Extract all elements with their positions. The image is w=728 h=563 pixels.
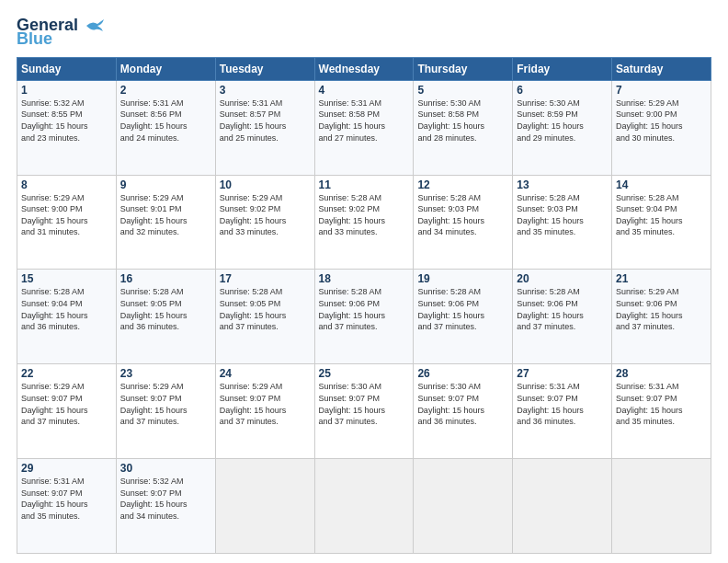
week-row-1: 1 Sunrise: 5:32 AM Sunset: 8:55 PM Dayli… [17, 80, 711, 175]
day-number: 22 [21, 367, 112, 380]
day-info: Sunrise: 5:30 AM Sunset: 8:58 PM Dayligh… [417, 98, 508, 144]
day-number: 2 [120, 84, 211, 97]
day-cell: 17 Sunrise: 5:28 AM Sunset: 9:05 PM Dayl… [215, 270, 314, 364]
day-cell: 8 Sunrise: 5:29 AM Sunset: 9:00 PM Dayli… [17, 175, 117, 270]
day-info: Sunrise: 5:32 AM Sunset: 8:55 PM Dayligh… [21, 98, 112, 144]
header-day-monday: Monday [116, 57, 215, 80]
header-day-sunday: Sunday [17, 57, 117, 80]
day-cell: 22 Sunrise: 5:29 AM Sunset: 9:07 PM Dayl… [17, 364, 117, 459]
day-cell: 15 Sunrise: 5:28 AM Sunset: 9:04 PM Dayl… [17, 270, 117, 364]
day-info: Sunrise: 5:29 AM Sunset: 9:00 PM Dayligh… [616, 98, 707, 144]
day-cell: 4 Sunrise: 5:31 AM Sunset: 8:58 PM Dayli… [314, 80, 414, 175]
day-info: Sunrise: 5:32 AM Sunset: 9:07 PM Dayligh… [120, 476, 211, 522]
header-day-thursday: Thursday [414, 57, 513, 80]
day-cell: 11 Sunrise: 5:28 AM Sunset: 9:02 PM Dayl… [314, 175, 414, 270]
day-number: 8 [21, 178, 112, 191]
day-number: 5 [417, 84, 508, 97]
day-info: Sunrise: 5:31 AM Sunset: 9:07 PM Dayligh… [517, 381, 608, 427]
day-cell: 7 Sunrise: 5:29 AM Sunset: 9:00 PM Dayli… [612, 80, 711, 175]
day-number: 15 [21, 272, 112, 285]
day-cell [314, 459, 414, 554]
day-info: Sunrise: 5:28 AM Sunset: 9:04 PM Dayligh… [616, 192, 707, 238]
week-row-4: 22 Sunrise: 5:29 AM Sunset: 9:07 PM Dayl… [17, 364, 711, 459]
day-cell: 28 Sunrise: 5:31 AM Sunset: 9:07 PM Dayl… [612, 364, 711, 459]
day-number: 29 [21, 462, 112, 475]
day-info: Sunrise: 5:28 AM Sunset: 9:06 PM Dayligh… [319, 286, 410, 332]
day-cell: 6 Sunrise: 5:30 AM Sunset: 8:59 PM Dayli… [513, 80, 612, 175]
day-info: Sunrise: 5:29 AM Sunset: 9:06 PM Dayligh… [616, 286, 707, 332]
day-cell: 29 Sunrise: 5:31 AM Sunset: 9:07 PM Dayl… [17, 459, 117, 554]
day-number: 26 [417, 367, 508, 380]
day-info: Sunrise: 5:28 AM Sunset: 9:03 PM Dayligh… [517, 192, 608, 238]
day-cell: 5 Sunrise: 5:30 AM Sunset: 8:58 PM Dayli… [414, 80, 513, 175]
day-cell: 25 Sunrise: 5:30 AM Sunset: 9:07 PM Dayl… [314, 364, 414, 459]
day-info: Sunrise: 5:28 AM Sunset: 9:04 PM Dayligh… [21, 286, 112, 332]
day-cell [513, 459, 612, 554]
day-cell: 27 Sunrise: 5:31 AM Sunset: 9:07 PM Dayl… [513, 364, 612, 459]
calendar-table: SundayMondayTuesdayWednesdayThursdayFrid… [17, 57, 711, 554]
day-number: 13 [517, 178, 608, 191]
day-info: Sunrise: 5:28 AM Sunset: 9:03 PM Dayligh… [417, 192, 508, 238]
day-info: Sunrise: 5:31 AM Sunset: 8:58 PM Dayligh… [319, 98, 410, 144]
day-info: Sunrise: 5:28 AM Sunset: 9:05 PM Dayligh… [120, 286, 211, 332]
day-number: 4 [319, 84, 410, 97]
day-number: 17 [220, 272, 311, 285]
day-info: Sunrise: 5:31 AM Sunset: 8:57 PM Dayligh… [220, 98, 311, 144]
calendar-header: SundayMondayTuesdayWednesdayThursdayFrid… [17, 57, 711, 80]
day-number: 10 [220, 178, 311, 191]
day-number: 6 [517, 84, 608, 97]
day-info: Sunrise: 5:31 AM Sunset: 8:56 PM Dayligh… [120, 98, 211, 144]
day-number: 3 [220, 84, 311, 97]
day-cell: 1 Sunrise: 5:32 AM Sunset: 8:55 PM Dayli… [17, 80, 117, 175]
header-day-tuesday: Tuesday [215, 57, 314, 80]
day-cell: 16 Sunrise: 5:28 AM Sunset: 9:05 PM Dayl… [116, 270, 215, 364]
day-number: 1 [21, 84, 112, 97]
day-cell: 23 Sunrise: 5:29 AM Sunset: 9:07 PM Dayl… [116, 364, 215, 459]
header-day-wednesday: Wednesday [314, 57, 414, 80]
day-number: 20 [517, 272, 608, 285]
day-number: 16 [120, 272, 211, 285]
day-cell: 12 Sunrise: 5:28 AM Sunset: 9:03 PM Dayl… [414, 175, 513, 270]
logo-line2: Blue [17, 30, 105, 48]
day-number: 30 [120, 462, 211, 475]
day-cell [414, 459, 513, 554]
day-cell: 10 Sunrise: 5:29 AM Sunset: 9:02 PM Dayl… [215, 175, 314, 270]
header-day-friday: Friday [513, 57, 612, 80]
day-info: Sunrise: 5:28 AM Sunset: 9:06 PM Dayligh… [417, 286, 508, 332]
header-row: SundayMondayTuesdayWednesdayThursdayFrid… [17, 57, 711, 80]
day-cell: 13 Sunrise: 5:28 AM Sunset: 9:03 PM Dayl… [513, 175, 612, 270]
day-info: Sunrise: 5:30 AM Sunset: 9:07 PM Dayligh… [319, 381, 410, 427]
page: General Blue SundayMondayTuesdayWednesda… [0, 0, 728, 563]
day-number: 12 [417, 178, 508, 191]
day-info: Sunrise: 5:29 AM Sunset: 9:02 PM Dayligh… [220, 192, 311, 238]
day-cell: 24 Sunrise: 5:29 AM Sunset: 9:07 PM Dayl… [215, 364, 314, 459]
day-cell: 26 Sunrise: 5:30 AM Sunset: 9:07 PM Dayl… [414, 364, 513, 459]
day-cell: 30 Sunrise: 5:32 AM Sunset: 9:07 PM Dayl… [116, 459, 215, 554]
day-cell: 9 Sunrise: 5:29 AM Sunset: 9:01 PM Dayli… [116, 175, 215, 270]
day-info: Sunrise: 5:31 AM Sunset: 9:07 PM Dayligh… [616, 381, 707, 427]
week-row-5: 29 Sunrise: 5:31 AM Sunset: 9:07 PM Dayl… [17, 459, 711, 554]
day-number: 28 [616, 367, 707, 380]
day-info: Sunrise: 5:30 AM Sunset: 8:59 PM Dayligh… [517, 98, 608, 144]
day-info: Sunrise: 5:28 AM Sunset: 9:02 PM Dayligh… [319, 192, 410, 238]
day-cell: 14 Sunrise: 5:28 AM Sunset: 9:04 PM Dayl… [612, 175, 711, 270]
day-cell: 2 Sunrise: 5:31 AM Sunset: 8:56 PM Dayli… [116, 80, 215, 175]
day-info: Sunrise: 5:29 AM Sunset: 9:00 PM Dayligh… [21, 192, 112, 238]
day-info: Sunrise: 5:28 AM Sunset: 9:06 PM Dayligh… [517, 286, 608, 332]
day-info: Sunrise: 5:29 AM Sunset: 9:01 PM Dayligh… [120, 192, 211, 238]
day-number: 24 [220, 367, 311, 380]
day-number: 11 [319, 178, 410, 191]
day-number: 9 [120, 178, 211, 191]
day-number: 14 [616, 178, 707, 191]
day-cell [612, 459, 711, 554]
day-info: Sunrise: 5:28 AM Sunset: 9:05 PM Dayligh… [220, 286, 311, 332]
week-row-3: 15 Sunrise: 5:28 AM Sunset: 9:04 PM Dayl… [17, 270, 711, 364]
header: General Blue [17, 17, 711, 48]
day-number: 25 [319, 367, 410, 380]
day-number: 21 [616, 272, 707, 285]
week-row-2: 8 Sunrise: 5:29 AM Sunset: 9:00 PM Dayli… [17, 175, 711, 270]
day-info: Sunrise: 5:30 AM Sunset: 9:07 PM Dayligh… [417, 381, 508, 427]
logo: General Blue [17, 17, 105, 48]
day-number: 27 [517, 367, 608, 380]
day-cell [215, 459, 314, 554]
